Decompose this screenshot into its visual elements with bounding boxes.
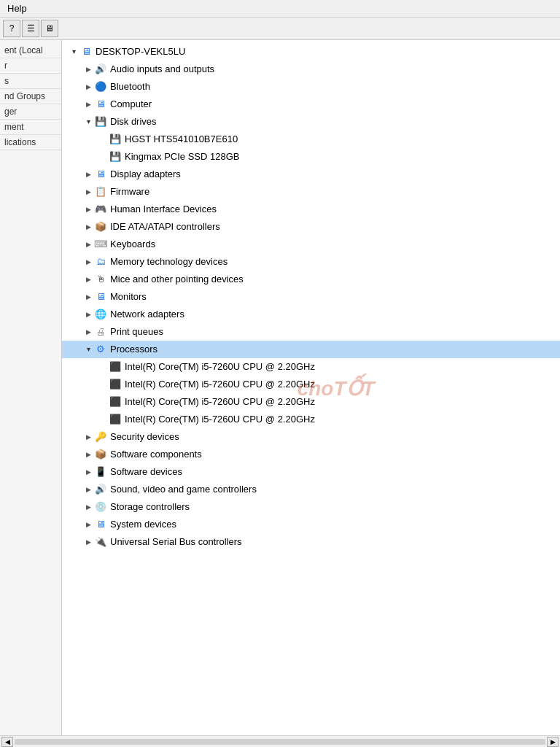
- icon-cpu2: ⬛: [109, 378, 122, 391]
- scroll-left-button[interactable]: ◀: [1, 737, 13, 747]
- tree-item-hgst[interactable]: 💾HGST HTS541010B7E610: [62, 131, 560, 148]
- label-sound: Sound, video and game controllers: [110, 481, 257, 498]
- icon-network: 🌐: [94, 308, 107, 321]
- expander-softwarecomp[interactable]: ▶: [82, 449, 94, 460]
- icon-storage: 💿: [94, 500, 107, 514]
- label-softwarecomp: Software components: [110, 446, 202, 462]
- icon-kingmax: 💾: [109, 150, 122, 163]
- tree-item-security[interactable]: ▶🔑Security devices: [62, 428, 560, 446]
- label-usb: Universal Serial Bus controllers: [110, 534, 242, 550]
- expander-mice[interactable]: ▶: [82, 274, 94, 285]
- toolbar: ? ☰ 🖥: [0, 18, 560, 40]
- label-system: System devices: [110, 516, 176, 533]
- expander-storage[interactable]: ▶: [82, 501, 94, 513]
- device-manager-window: Help ? ☰ 🖥 ent (Local r s nd Groups ger …: [0, 0, 560, 747]
- tree-item-print[interactable]: ▶🖨Print queues: [62, 323, 560, 341]
- tree-item-display[interactable]: ▶🖥Display adapters: [62, 166, 560, 183]
- icon-root: 🖥: [79, 45, 93, 58]
- label-hid: Human Interface Devices: [110, 201, 217, 217]
- tree-item-computer[interactable]: ▶🖥Computer: [62, 96, 560, 113]
- tree-item-cpu3[interactable]: ⬛Intel(R) Core(TM) i5-7260U CPU @ 2.20GH…: [62, 393, 560, 411]
- tree-item-cpu1[interactable]: ⬛Intel(R) Core(TM) i5-7260U CPU @ 2.20GH…: [62, 358, 560, 376]
- horizontal-scrollbar[interactable]: ◀ ▶: [0, 735, 560, 747]
- sidebar-item-lications[interactable]: lications: [0, 135, 61, 150]
- tree-item-firmware[interactable]: ▶📋Firmware: [62, 183, 560, 201]
- tree-item-root[interactable]: ▾🖥DESKTOP-VEKL5LU: [62, 43, 560, 61]
- tree-panel: choTỐT ▾🖥DESKTOP-VEKL5LU▶🔊Audio inputs a…: [62, 40, 560, 735]
- tree-item-keyboards[interactable]: ▶⌨Keyboards: [62, 236, 560, 253]
- label-processors: Processors: [110, 341, 158, 357]
- label-diskdrives: Disk drives: [110, 114, 157, 130]
- sidebar-item-groups[interactable]: nd Groups: [0, 89, 61, 104]
- tree-item-kingmax[interactable]: 💾Kingmax PCIe SSD 128GB: [62, 148, 560, 166]
- help-button[interactable]: ?: [3, 20, 20, 37]
- tree-item-diskdrives[interactable]: ▾💾Disk drives: [62, 113, 560, 131]
- expander-cpu3: [97, 396, 109, 408]
- icon-softwaredev: 📱: [94, 465, 107, 479]
- sidebar-item-local[interactable]: ent (Local: [0, 43, 61, 58]
- expander-sound[interactable]: ▶: [82, 484, 94, 495]
- expander-monitors[interactable]: ▶: [82, 291, 94, 303]
- tree-item-storage[interactable]: ▶💿Storage controllers: [62, 498, 560, 516]
- sidebar-item-s[interactable]: s: [0, 74, 61, 89]
- sidebar-item-r[interactable]: r: [0, 58, 61, 74]
- expander-print[interactable]: ▶: [82, 326, 94, 338]
- scroll-right-button[interactable]: ▶: [547, 737, 559, 747]
- sidebar-item-ment[interactable]: ment: [0, 120, 61, 135]
- icon-ide: 📦: [94, 220, 107, 233]
- sidebar-item-ger[interactable]: ger: [0, 104, 61, 120]
- expander-diskdrives[interactable]: ▾: [82, 116, 94, 128]
- tree-item-mice[interactable]: ▶🖱Mice and other pointing devices: [62, 271, 560, 288]
- expander-processors[interactable]: ▾: [82, 344, 94, 355]
- expander-hid[interactable]: ▶: [82, 204, 94, 215]
- expander-cpu4: [97, 414, 109, 425]
- expander-display[interactable]: ▶: [82, 169, 94, 180]
- expander-usb[interactable]: ▶: [82, 536, 94, 548]
- tree-item-bluetooth[interactable]: ▶🔵Bluetooth: [62, 78, 560, 96]
- expander-keyboards[interactable]: ▶: [82, 239, 94, 250]
- expander-memory[interactable]: ▶: [82, 256, 94, 268]
- tree-item-ide[interactable]: ▶📦IDE ATA/ATAPI controllers: [62, 218, 560, 236]
- tree-item-system[interactable]: ▶🖥System devices: [62, 516, 560, 533]
- label-monitors: Monitors: [110, 289, 147, 305]
- expander-cpu2: [97, 379, 109, 390]
- tree-item-audio[interactable]: ▶🔊Audio inputs and outputs: [62, 61, 560, 78]
- tree-item-softwaredev[interactable]: ▶📱Software devices: [62, 463, 560, 481]
- icon-display: 🖥: [94, 168, 107, 181]
- expander-system[interactable]: ▶: [82, 519, 94, 530]
- tree-item-network[interactable]: ▶🌐Network adapters: [62, 306, 560, 323]
- icon-usb: 🔌: [94, 535, 107, 549]
- expander-network[interactable]: ▶: [82, 309, 94, 320]
- expander-firmware[interactable]: ▶: [82, 186, 94, 198]
- expander-computer[interactable]: ▶: [82, 98, 94, 110]
- tree-item-softwarecomp[interactable]: ▶📦Software components: [62, 446, 560, 463]
- tree-item-memory[interactable]: ▶🗂Memory technology devices: [62, 253, 560, 271]
- expander-cpu1: [97, 361, 109, 373]
- label-security: Security devices: [110, 429, 179, 445]
- sidebar: ent (Local r s nd Groups ger ment licati…: [0, 40, 62, 735]
- icon-mice: 🖱: [94, 273, 107, 286]
- icon-softwarecomp: 📦: [94, 448, 107, 461]
- tree-item-usb[interactable]: ▶🔌Universal Serial Bus controllers: [62, 533, 560, 551]
- icon-cpu3: ⬛: [109, 395, 122, 409]
- tree-item-hid[interactable]: ▶🎮Human Interface Devices: [62, 201, 560, 218]
- label-display: Display adapters: [110, 166, 181, 182]
- list-button[interactable]: ☰: [22, 20, 39, 37]
- expander-bluetooth[interactable]: ▶: [82, 81, 94, 93]
- icon-cpu4: ⬛: [109, 413, 122, 426]
- monitor-button[interactable]: 🖥: [41, 20, 58, 37]
- icon-hid: 🎮: [94, 203, 107, 216]
- expander-softwaredev[interactable]: ▶: [82, 466, 94, 478]
- label-root: DESKTOP-VEKL5LU: [96, 44, 185, 60]
- tree-item-monitors[interactable]: ▶🖥Monitors: [62, 288, 560, 306]
- tree-item-processors[interactable]: ▾⚙Processors: [62, 341, 560, 358]
- scroll-track[interactable]: [15, 739, 545, 745]
- menu-help[interactable]: Help: [3, 1, 31, 15]
- expander-ide[interactable]: ▶: [82, 221, 94, 233]
- tree-item-cpu2[interactable]: ⬛Intel(R) Core(TM) i5-7260U CPU @ 2.20GH…: [62, 376, 560, 393]
- expander-audio[interactable]: ▶: [82, 63, 94, 75]
- expander-security[interactable]: ▶: [82, 431, 94, 443]
- expander-root[interactable]: ▾: [68, 46, 79, 58]
- tree-item-sound[interactable]: ▶🔊Sound, video and game controllers: [62, 481, 560, 498]
- tree-item-cpu4[interactable]: ⬛Intel(R) Core(TM) i5-7260U CPU @ 2.20GH…: [62, 411, 560, 428]
